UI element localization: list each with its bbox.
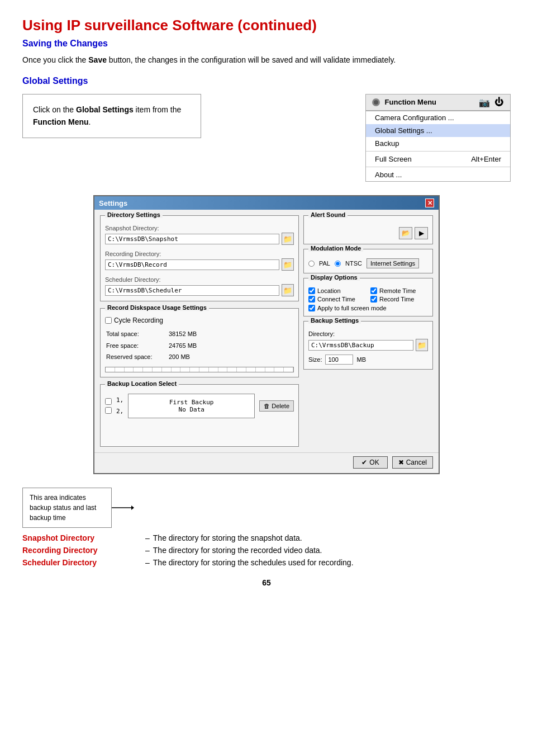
scheduler-dir-input[interactable] xyxy=(105,285,279,296)
scheduler-dir-row: Scheduler Directory: 📁 xyxy=(105,276,294,296)
modulation-radio-group: PAL NTSC xyxy=(308,260,362,267)
apply-fullscreen-label: Apply to full screen mode xyxy=(317,305,387,311)
callout-box: This area indicates backup status and la… xyxy=(22,488,112,528)
backup-dir-input[interactable] xyxy=(308,340,413,351)
settings-footer: ✔ OK ✖ Cancel xyxy=(94,452,439,473)
backup-settings-title: Backup Settings xyxy=(308,317,361,324)
gs-layout: Click on the Global Settings item from t… xyxy=(22,94,511,182)
backup-numbering: 1, 2, xyxy=(116,395,123,417)
record-time-row: Record Time xyxy=(370,296,428,303)
modulation-row: PAL NTSC Internet Settings xyxy=(308,258,428,268)
directory-settings-group: Directory Settings Snapshot Directory: 📁… xyxy=(100,215,299,301)
total-space-label: Total space: xyxy=(106,329,168,339)
page-title: Using IP surveillance Software (continue… xyxy=(22,17,511,34)
backup-browse-btn[interactable]: 📁 xyxy=(416,339,428,351)
record-time-checkbox[interactable] xyxy=(370,296,377,303)
cancel-button[interactable]: ✖ Cancel xyxy=(392,456,433,469)
scheduler-def: The directory for storing the schedules … xyxy=(153,558,511,567)
scheduler-dir-input-row: 📁 xyxy=(105,284,294,296)
snapshot-browse-btn[interactable]: 📁 xyxy=(282,233,294,245)
alert-sound-group: Alert Sound 📂 ▶ xyxy=(303,215,433,244)
cycle-recording-label: Cycle Recording xyxy=(114,316,163,324)
intro-paragraph: Once you click the Save button, the chan… xyxy=(22,54,511,66)
recording-term: Recording Directory xyxy=(22,546,145,555)
backup-size-unit: MB xyxy=(356,356,366,363)
ntsc-label: NTSC xyxy=(345,260,362,267)
snapshot-term: Snapshot Directory xyxy=(22,533,145,542)
pal-radio[interactable] xyxy=(308,261,315,267)
cancel-label: Cancel xyxy=(406,459,427,466)
menu-item-camera-config[interactable]: Camera Configuration ... xyxy=(366,111,510,124)
disk-info: Total space: 38152 MB Free space: 24765 … xyxy=(105,328,294,363)
snapshot-dir-row: Snapshot Directory: 📁 xyxy=(105,225,294,245)
free-space-label: Free space: xyxy=(106,341,168,351)
internet-settings-button[interactable]: Internet Settings xyxy=(367,258,419,268)
menu-item-fullscreen[interactable]: Full Screen Alt+Enter xyxy=(366,153,510,166)
cycle-recording-row: Cycle Recording xyxy=(105,316,294,324)
menu-divider xyxy=(366,151,510,152)
menu-item-backup[interactable]: Backup xyxy=(366,137,510,150)
section1-heading: Saving the Changes xyxy=(22,39,511,49)
backup-settings-group: Backup Settings Directory: 📁 Size: MB xyxy=(303,321,433,370)
descriptions: Snapshot Directory – The directory for s… xyxy=(22,533,511,567)
recording-dir-input[interactable] xyxy=(105,259,279,270)
recording-dir-row: Recording Directory: 📁 xyxy=(105,251,294,271)
settings-dialog: Settings ✕ Directory Settings Snapshot D… xyxy=(93,195,440,474)
desc-row-scheduler: Scheduler Directory – The directory for … xyxy=(22,558,511,567)
connect-time-checkbox[interactable] xyxy=(308,296,315,303)
location-checkbox[interactable] xyxy=(308,287,315,294)
scheduler-term: Scheduler Directory xyxy=(22,558,145,567)
diskspace-group: Record Diskspace Usage Settings Cycle Re… xyxy=(100,308,299,377)
backup-checkbox-1[interactable] xyxy=(105,398,112,405)
location-label: Location xyxy=(317,287,341,294)
settings-body: Directory Settings Snapshot Directory: 📁… xyxy=(94,210,439,452)
modulation-group: Modulation Mode PAL NTSC Internet Settin… xyxy=(303,249,433,273)
snapshot-dir-input[interactable] xyxy=(105,234,279,244)
remote-time-checkbox[interactable] xyxy=(370,287,377,294)
modulation-title: Modulation Mode xyxy=(308,245,363,252)
ok-icon: ✔ xyxy=(361,459,367,466)
function-menu-icons: 📷 ⏻ xyxy=(479,97,505,108)
remote-time-row: Remote Time xyxy=(370,287,428,294)
cancel-icon: ✖ xyxy=(398,459,404,466)
backup-size-input[interactable] xyxy=(325,355,353,365)
settings-icon[interactable]: 📷 xyxy=(479,97,490,108)
cycle-recording-checkbox[interactable] xyxy=(105,317,112,324)
ok-label: OK xyxy=(369,459,379,466)
backup-dir-row: 📁 xyxy=(308,339,428,351)
alert-sound-title: Alert Sound xyxy=(308,211,348,218)
record-time-label: Record Time xyxy=(379,296,414,303)
fullscreen-shortcut: Alt+Enter xyxy=(471,155,501,163)
recording-browse-btn[interactable]: 📁 xyxy=(282,258,294,271)
display-options-grid: Location Remote Time Connect Time Record… xyxy=(308,287,428,303)
backup-checkboxes xyxy=(105,398,112,414)
sound-open-btn[interactable]: 📂 xyxy=(399,227,412,239)
backup-checkbox-2[interactable] xyxy=(105,407,112,414)
delete-label: Delete xyxy=(272,403,289,409)
backup-location-title: Backup Location Select xyxy=(105,380,179,387)
connect-time-label: Connect Time xyxy=(317,296,355,303)
function-menu-dropdown: Camera Configuration ... Global Settings… xyxy=(365,111,511,182)
backup-entry-2-label: No Data xyxy=(179,406,204,413)
scheduler-browse-btn[interactable]: 📁 xyxy=(282,284,294,296)
apply-fullscreen-checkbox[interactable] xyxy=(308,305,315,311)
recording-dir-input-row: 📁 xyxy=(105,258,294,271)
power-icon[interactable]: ⏻ xyxy=(493,97,505,108)
apply-fullscreen-row: Apply to full screen mode xyxy=(308,305,428,311)
backup-size-row: Size: MB xyxy=(308,355,428,365)
snapshot-def: The directory for storing the snapshot d… xyxy=(153,533,511,542)
sound-play-btn[interactable]: ▶ xyxy=(415,227,428,239)
free-space-value: 24765 MB xyxy=(169,341,197,351)
close-button[interactable]: ✕ xyxy=(425,199,434,207)
ok-button[interactable]: ✔ OK xyxy=(353,456,387,469)
function-menu-bar: Function Menu 📷 ⏻ xyxy=(365,94,511,111)
svg-point-1 xyxy=(374,100,378,105)
backup-size-label: Size: xyxy=(308,356,322,363)
callout-arrow-svg xyxy=(112,502,134,513)
menu-item-global-settings[interactable]: Global Settings ... xyxy=(366,124,510,137)
snapshot-dir-input-row: 📁 xyxy=(105,233,294,245)
ntsc-radio[interactable] xyxy=(335,261,341,267)
menu-item-about[interactable]: About ... xyxy=(366,168,510,181)
backup-delete-button[interactable]: 🗑 Delete xyxy=(259,400,294,412)
camera-icon xyxy=(372,98,380,107)
